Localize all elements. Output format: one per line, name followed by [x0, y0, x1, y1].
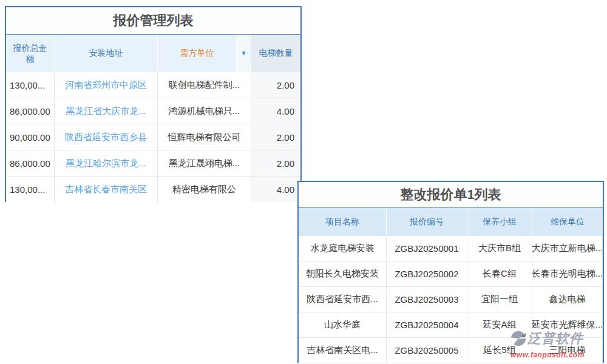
cell-elevator-count: 2.00 [251, 124, 300, 150]
quotation-management-table: 报价管理列表 报价总金额 安装地址 需方单位 ▼ 电梯数量 130,00... … [5, 6, 302, 202]
cell-maintenance-team: 延长5组 [467, 338, 532, 363]
cell-maintenance-team: 延安A组 [467, 312, 532, 337]
cell-total-amount: 90,000.00 [6, 124, 55, 150]
column-header-project-name[interactable]: 项目名称 [299, 208, 387, 236]
rectify-quotation-table: 整改报价单1列表 项目名称 报价编号 保养小组 维保单位 水龙庭电梯安装 ZGB… [297, 181, 604, 363]
table-row: 86,000.00 黑龙江省大庆市龙... 鸿源机械电梯只... 4.00 [6, 98, 300, 124]
cell-project-name: 陕西省延安市西... [299, 287, 387, 312]
cell-maintenance-unit: 长春市光明电梯... [532, 261, 603, 286]
table-row: 90,000.00 陕西省延安市西乡县 恒辉电梯有限公司 2.00 [6, 124, 300, 150]
column-header-maintenance-team[interactable]: 保养小组 [467, 208, 532, 236]
cell-total-amount: 130,00... [6, 72, 55, 98]
table-row: 130,00... 河南省郑州市中原区 联创电梯配件制... 2.00 [6, 72, 300, 98]
table-row: 吉林省南关区电... ZGBJ20250005 延长5组 三阳电梯 [299, 338, 603, 363]
quotation-table-header: 报价总金额 安装地址 需方单位 ▼ 电梯数量 [6, 35, 300, 72]
cell-quote-no: ZGBJ20250002 [387, 261, 467, 286]
column-header-quote-no[interactable]: 报价编号 [387, 208, 467, 236]
cell-quote-no: ZGBJ20250001 [387, 236, 467, 261]
cell-install-address-link[interactable]: 吉林省长春市南关区 [55, 177, 158, 203]
cell-buyer-unit: 恒辉电梯有限公司 [158, 124, 251, 150]
cell-install-address-link[interactable]: 黑龙江哈尔滨市龙... [55, 150, 158, 176]
cell-buyer-unit: 鸿源机械电梯只... [158, 98, 251, 124]
column-header-install-address[interactable]: 安装地址 [55, 35, 158, 72]
cell-total-amount: 86,000.00 [6, 150, 55, 176]
table-row: 86,000.00 黑龙江哈尔滨市龙... 黑龙江晟翊电梯... 2.00 [6, 150, 300, 177]
table-row: 水龙庭电梯安装 ZGBJ20250001 大庆市B组 大庆市立新电梯... [299, 236, 603, 261]
cell-maintenance-unit: 延安市光辉维保... [532, 312, 603, 337]
cell-elevator-count: 2.00 [251, 150, 300, 176]
column-header-maintenance-unit[interactable]: 维保单位 [532, 208, 603, 236]
column-header-buyer-unit[interactable]: 需方单位 [158, 35, 237, 72]
cell-maintenance-team: 大庆市B组 [467, 236, 532, 261]
cell-quote-no: ZGBJ20250004 [387, 312, 467, 337]
cell-quote-no: ZGBJ20250005 [387, 338, 467, 363]
cell-elevator-count: 4.00 [251, 98, 300, 124]
cell-project-name: 吉林省南关区电... [299, 338, 387, 363]
cell-install-address-link[interactable]: 河南省郑州市中原区 [55, 72, 158, 98]
table-row: 朝阳长久电梯安装 ZGBJ20250002 长春C组 长春市光明电梯... [299, 261, 603, 287]
table-row: 陕西省延安市西... ZGBJ20250003 宜阳一组 鑫达电梯 [299, 287, 603, 312]
cell-project-name: 水龙庭电梯安装 [299, 236, 387, 261]
column-header-elevator-count[interactable]: 电梯数量 [251, 35, 300, 72]
cell-project-name: 山水华庭 [299, 312, 387, 337]
chevron-down-icon: ▼ [241, 50, 247, 56]
rectify-table-title: 整改报价单1列表 [299, 182, 603, 208]
table-row: 130,00... 吉林省长春市南关区 精密电梯有限公 4.00 [6, 177, 300, 203]
cell-maintenance-team: 长春C组 [467, 261, 532, 286]
cell-maintenance-unit: 鑫达电梯 [532, 287, 603, 312]
cell-buyer-unit: 精密电梯有限公 [158, 177, 251, 203]
table-row: 山水华庭 ZGBJ20250004 延安A组 延安市光辉维保... [299, 312, 603, 338]
cell-maintenance-unit: 大庆市立新电梯... [532, 236, 603, 261]
rectify-table-header: 项目名称 报价编号 保养小组 维保单位 [299, 208, 603, 236]
cell-elevator-count: 2.00 [251, 72, 300, 98]
cell-buyer-unit: 黑龙江晟翊电梯... [158, 150, 251, 176]
cell-install-address-link[interactable]: 黑龙江省大庆市龙... [55, 98, 158, 124]
cell-maintenance-team: 宜阳一组 [467, 287, 532, 312]
cell-project-name: 朝阳长久电梯安装 [299, 261, 387, 286]
cell-buyer-unit: 联创电梯配件制... [158, 72, 251, 98]
cell-quote-no: ZGBJ20250003 [387, 287, 467, 312]
cell-total-amount: 130,00... [6, 177, 55, 203]
quotation-table-title: 报价管理列表 [6, 7, 300, 35]
cell-install-address-link[interactable]: 陕西省延安市西乡县 [55, 124, 158, 150]
cell-elevator-count: 4.00 [251, 177, 300, 203]
cell-total-amount: 86,000.00 [6, 98, 55, 124]
column-dropdown-button[interactable]: ▼ [237, 35, 251, 72]
cell-maintenance-unit: 三阳电梯 [532, 338, 603, 363]
column-header-total-amount[interactable]: 报价总金额 [6, 35, 55, 72]
